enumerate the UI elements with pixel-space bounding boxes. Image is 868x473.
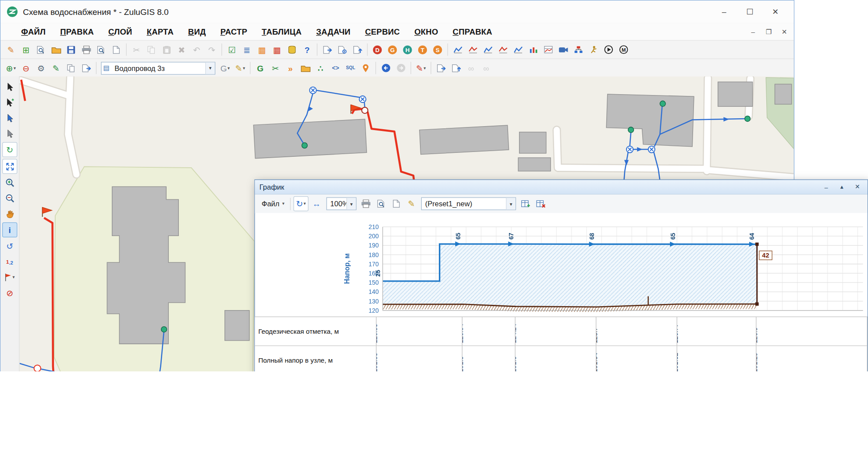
address-search-icon[interactable] (359, 61, 373, 75)
layer-badge-t-icon[interactable]: T (416, 42, 430, 56)
fast-task-icon[interactable] (586, 42, 600, 56)
macro-icon[interactable]: M (616, 42, 630, 56)
menu-item-3[interactable]: СЛОЙ (101, 27, 140, 36)
map-window-icon[interactable]: ▦ (255, 42, 269, 56)
doc-up-icon[interactable] (350, 42, 364, 56)
chart-titlebar[interactable]: График – ▴ ✕ (255, 180, 868, 194)
piezo-chart-icon[interactable] (466, 42, 480, 56)
zoom-combo-dropdown[interactable]: ▾ (346, 198, 356, 210)
add-layer-icon[interactable]: ⊕▾ (4, 61, 18, 75)
find-folder-icon[interactable] (299, 61, 313, 75)
unlink-icon[interactable]: ∞ (479, 61, 493, 75)
chart-file-menu[interactable]: Файл▾ (258, 198, 288, 209)
close-button[interactable]: ✕ (763, 4, 789, 20)
refresh-chart-icon[interactable]: ↻▾ (293, 196, 308, 211)
info-icon[interactable]: i (2, 222, 17, 237)
layer-badge-h-icon[interactable]: H (401, 42, 415, 56)
link-icon[interactable]: ∞ (464, 61, 478, 75)
preset-combo[interactable]: (Preset1_new)▾ (421, 197, 516, 210)
query-builder-icon[interactable]: ☑ (225, 42, 239, 56)
layer-copy-icon[interactable] (64, 61, 78, 75)
paste-icon[interactable] (160, 42, 174, 56)
flow-direction-icon[interactable]: » (283, 61, 297, 75)
profile-chart-icon[interactable] (451, 42, 465, 56)
cut-icon[interactable]: ✂ (129, 42, 143, 56)
database-icon[interactable] (285, 42, 299, 56)
minimize-button[interactable]: – (711, 4, 737, 20)
head-chart-icon[interactable] (511, 42, 525, 56)
print-preview-chart-icon[interactable] (374, 197, 388, 211)
layer-props-icon[interactable]: ⚙ (34, 61, 48, 75)
help-icon[interactable]: ? (300, 42, 314, 56)
pan-icon[interactable] (3, 207, 17, 221)
table-window-icon[interactable]: ▦ (270, 42, 284, 56)
zoom-out-icon[interactable] (3, 191, 17, 205)
topology-icon[interactable]: ∴ (313, 61, 327, 75)
loss-chart-icon[interactable] (496, 42, 510, 56)
edit-layer-icon[interactable]: ✎ (49, 61, 63, 75)
map-globe-icon[interactable]: G▾ (218, 61, 232, 75)
flag-filter-icon[interactable]: ▾ (3, 270, 17, 284)
chart-plot[interactable]: 120130140150160170180190200210Напор, м25… (256, 213, 868, 317)
menu-item-9[interactable]: СЕРВИС (358, 27, 407, 36)
page-setup-icon[interactable] (109, 42, 123, 56)
page-setup-chart-icon[interactable] (389, 197, 403, 211)
split-section-icon[interactable]: ✂ (268, 61, 282, 75)
layer-badge-d-icon[interactable]: D (370, 42, 384, 56)
map-preview-icon[interactable] (34, 42, 48, 56)
menu-item-8[interactable]: ЗАДАЧИ (309, 27, 358, 36)
zoom-combo[interactable]: 100%▾ (326, 197, 356, 210)
menu-item-6[interactable]: РАСТР (213, 27, 254, 36)
chart-close-button[interactable]: ✕ (852, 183, 863, 191)
redo-icon[interactable]: ↷ (205, 42, 219, 56)
histogram-icon[interactable] (526, 42, 540, 56)
refresh-map-icon[interactable]: ↻ (2, 142, 17, 157)
menu-item-2[interactable]: ПРАВКА (53, 27, 101, 36)
doc-settings-icon[interactable] (335, 42, 349, 56)
xml-query-icon[interactable]: <> (329, 61, 343, 75)
edit-mode-icon[interactable]: ✎▾ (233, 61, 247, 75)
chart-table-icon[interactable] (541, 42, 555, 56)
remove-layer-icon[interactable]: ⊖ (19, 61, 33, 75)
camera-icon[interactable] (556, 42, 570, 56)
child-restore-button[interactable]: ❐ (764, 28, 774, 35)
doc-forward-icon[interactable] (320, 42, 334, 56)
open-icon[interactable] (49, 42, 63, 56)
print-icon[interactable] (79, 42, 93, 56)
back-icon[interactable] (379, 61, 393, 75)
upload-scheme-icon[interactable] (449, 61, 463, 75)
combo-chart-icon[interactable] (481, 42, 495, 56)
forward-icon[interactable] (394, 61, 408, 75)
child-minimize-button[interactable]: – (748, 28, 758, 35)
maximize-button[interactable]: ☐ (737, 4, 763, 20)
org-chart-icon[interactable] (571, 42, 585, 56)
edit-chart-icon[interactable]: ✎ (405, 197, 419, 211)
chart-minimize-button[interactable]: – (821, 183, 832, 191)
print-chart-icon[interactable] (359, 197, 373, 211)
measure-line-icon[interactable]: ✎▾ (414, 61, 428, 75)
layer-combo-dropdown[interactable]: ▾ (205, 62, 215, 74)
undo-icon[interactable]: ↶ (190, 42, 204, 56)
menu-item-1[interactable]: ФАЙЛ (14, 27, 53, 36)
delete-preset-icon[interactable] (534, 197, 548, 211)
select-add-tool-icon[interactable] (3, 95, 17, 109)
preset-combo-dropdown[interactable]: ▾ (506, 198, 516, 210)
menu-item-11[interactable]: СПРАВКА (445, 27, 499, 36)
layers-dialog-icon[interactable]: ≣ (240, 42, 254, 56)
select-node-tool-icon[interactable] (3, 127, 17, 141)
trace-icon[interactable]: G (253, 61, 267, 75)
menu-item-5[interactable]: ВИД (181, 27, 213, 36)
zoom-extent-icon[interactable] (2, 159, 17, 174)
layer-badge-s-icon[interactable]: S (430, 42, 445, 56)
zoom-in-icon[interactable] (3, 176, 17, 190)
select-tool-icon[interactable] (3, 80, 17, 94)
print-preview-icon[interactable] (94, 42, 108, 56)
new-map-icon[interactable]: ✎ (4, 42, 18, 56)
fit-width-icon[interactable]: ↔ (309, 197, 324, 211)
forbid-icon[interactable]: ⊘ (3, 286, 17, 300)
sql-icon[interactable]: SQL (344, 61, 358, 75)
navigate-icon[interactable]: ↺ (3, 239, 17, 253)
layer-combo[interactable]: ▤ Водопровод 3з ▾ (101, 62, 215, 74)
new-table-icon[interactable]: ⊞ (19, 42, 33, 56)
play-icon[interactable] (601, 42, 615, 56)
